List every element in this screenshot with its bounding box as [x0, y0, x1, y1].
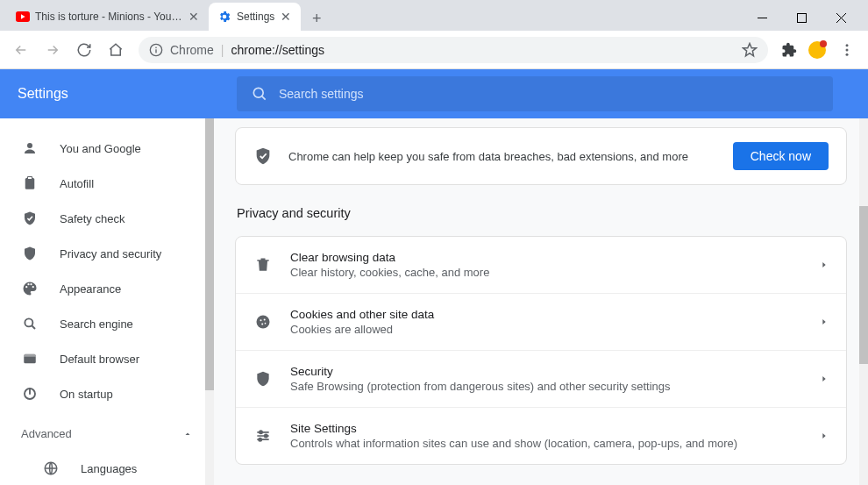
svg-rect-2	[798, 13, 807, 22]
person-icon	[21, 140, 39, 156]
svg-rect-5	[155, 49, 156, 53]
svg-point-25	[259, 439, 261, 441]
sidebar-item-you-and-google[interactable]: You and Google	[0, 131, 214, 166]
svg-point-24	[265, 434, 267, 437]
search-box[interactable]	[237, 76, 833, 111]
omnibox-url: chrome://settings	[231, 43, 324, 57]
sidebar-item-label: You and Google	[60, 142, 141, 155]
settings-header: Settings	[0, 69, 868, 118]
svg-point-10	[27, 143, 32, 148]
row-subtitle: Safe Browsing (protection from dangerous…	[290, 380, 802, 393]
maximize-button[interactable]	[782, 4, 822, 31]
row-title: Site Settings	[290, 422, 802, 435]
sidebar-item-label: Safety check	[60, 212, 125, 225]
extension-badge-icon[interactable]	[805, 38, 829, 62]
tab-youtube[interactable]: This is torture - Minions - YouTu ✕	[7, 3, 209, 31]
tab-title: This is torture - Minions - YouTu	[35, 11, 182, 23]
svg-rect-15	[24, 354, 36, 357]
row-clear-browsing-data[interactable]: Clear browsing data Clear history, cooki…	[236, 237, 846, 294]
chevron-up-icon	[182, 429, 193, 439]
svg-point-8	[846, 53, 849, 55]
tab-settings[interactable]: Settings ✕	[209, 3, 301, 31]
row-title: Cookies and other site data	[290, 308, 802, 321]
advanced-label: Advanced	[21, 427, 72, 440]
sidebar-item-label: Search engine	[60, 317, 133, 331]
chevron-right-icon	[820, 317, 829, 326]
sidebar-item-label: Languages	[81, 462, 137, 475]
browser-toolbar: Chrome | chrome://settings	[0, 31, 868, 69]
clipboard-icon	[21, 175, 39, 191]
close-icon[interactable]: ✕	[188, 11, 200, 23]
forward-button[interactable]	[39, 36, 67, 64]
reload-button[interactable]	[70, 36, 98, 64]
row-title: Clear browsing data	[290, 251, 802, 264]
sidebar-item-default-browser[interactable]: Default browser	[0, 341, 214, 376]
sliders-icon	[253, 427, 273, 445]
row-subtitle: Controls what information sites can use …	[290, 437, 802, 450]
shield-icon	[21, 246, 39, 261]
content-scrollbar[interactable]	[859, 118, 868, 485]
chevron-right-icon	[820, 260, 829, 269]
check-now-button[interactable]: Check now	[733, 142, 829, 170]
youtube-icon	[16, 10, 30, 24]
close-window-button[interactable]	[822, 4, 861, 31]
home-button[interactable]	[102, 36, 130, 64]
sidebar-item-privacy-security[interactable]: Privacy and security	[0, 236, 214, 271]
power-icon	[21, 386, 39, 402]
sidebar-item-appearance[interactable]: Appearance	[0, 271, 214, 306]
search-icon	[251, 85, 268, 103]
palette-icon	[21, 281, 39, 296]
svg-point-23	[260, 431, 262, 433]
svg-point-21	[261, 324, 263, 325]
overflow-menu-button[interactable]	[833, 36, 861, 64]
back-button[interactable]	[7, 36, 35, 64]
browser-icon	[21, 351, 39, 367]
sidebar-advanced-toggle[interactable]: Advanced	[0, 417, 214, 451]
row-cookies[interactable]: Cookies and other site data Cookies are …	[236, 294, 846, 351]
row-subtitle: Cookies are allowed	[290, 323, 802, 336]
cookie-icon	[253, 313, 273, 331]
sidebar-item-label: Privacy and security	[60, 247, 161, 260]
svg-rect-1	[758, 18, 767, 18]
bookmark-icon[interactable]	[742, 42, 758, 58]
tabs-strip: This is torture - Minions - YouTu ✕ Sett…	[7, 3, 743, 31]
sidebar-item-search-engine[interactable]: Search engine	[0, 306, 214, 341]
svg-rect-12	[27, 177, 32, 180]
omnibox-prefix: Chrome	[170, 43, 214, 57]
chevron-right-icon	[820, 432, 829, 440]
svg-point-19	[260, 319, 262, 321]
gear-icon	[217, 10, 231, 24]
trash-icon	[253, 256, 273, 274]
svg-point-9	[253, 88, 263, 97]
shield-check-icon	[253, 146, 273, 166]
search-input[interactable]	[279, 87, 819, 101]
svg-point-6	[846, 44, 849, 46]
sidebar-item-languages[interactable]: Languages	[0, 451, 214, 485]
safety-banner-text: Chrome can help keep you safe from data …	[288, 150, 717, 163]
svg-point-13	[25, 318, 32, 326]
tab-title: Settings	[237, 11, 274, 23]
sidebar: You and Google Autofill Safety check Pri…	[0, 118, 214, 485]
row-site-settings[interactable]: Site Settings Controls what information …	[236, 408, 846, 464]
sidebar-item-label: Default browser	[60, 353, 139, 366]
shield-check-icon	[21, 210, 39, 226]
section-title: Privacy and security	[237, 206, 847, 220]
search-icon	[21, 316, 39, 332]
minimize-button[interactable]	[743, 4, 782, 31]
window-controls	[743, 4, 868, 31]
sidebar-item-safety-check[interactable]: Safety check	[0, 201, 214, 236]
page-title: Settings	[18, 86, 219, 102]
new-tab-button[interactable]: +	[304, 6, 329, 31]
address-bar[interactable]: Chrome | chrome://settings	[139, 37, 768, 63]
sidebar-item-on-startup[interactable]: On startup	[0, 376, 214, 411]
site-info-icon[interactable]	[149, 43, 163, 57]
row-security[interactable]: Security Safe Browsing (protection from …	[236, 351, 846, 408]
row-title: Security	[290, 365, 802, 378]
sidebar-scrollbar[interactable]	[205, 118, 214, 485]
sidebar-item-label: On startup	[60, 388, 113, 401]
svg-point-22	[265, 323, 267, 325]
extensions-button[interactable]	[777, 38, 801, 62]
sidebar-item-autofill[interactable]: Autofill	[0, 166, 214, 201]
close-icon[interactable]: ✕	[280, 11, 292, 23]
svg-point-18	[257, 316, 270, 329]
